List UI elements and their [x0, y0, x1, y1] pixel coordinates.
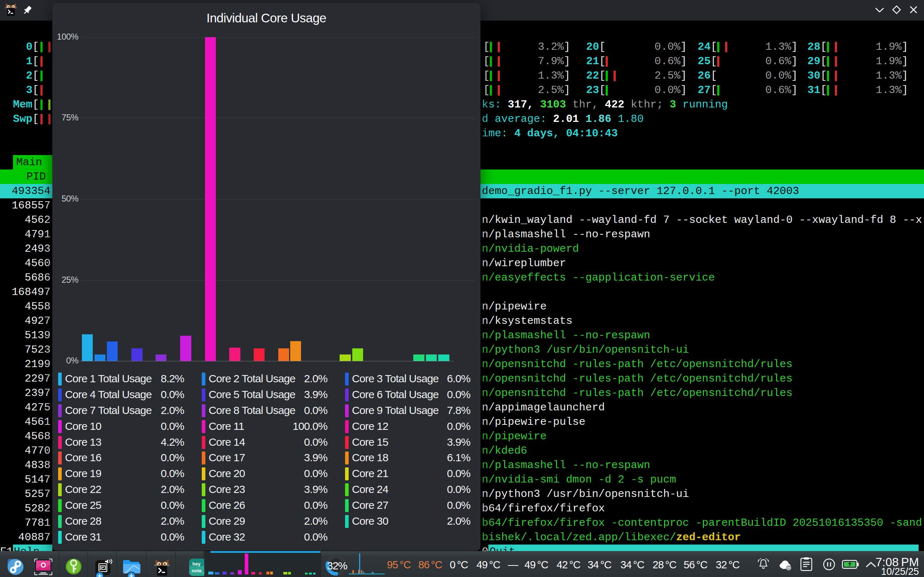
svg-text:note_: note_: [192, 568, 204, 574]
svg-text:hey: hey: [192, 561, 201, 567]
